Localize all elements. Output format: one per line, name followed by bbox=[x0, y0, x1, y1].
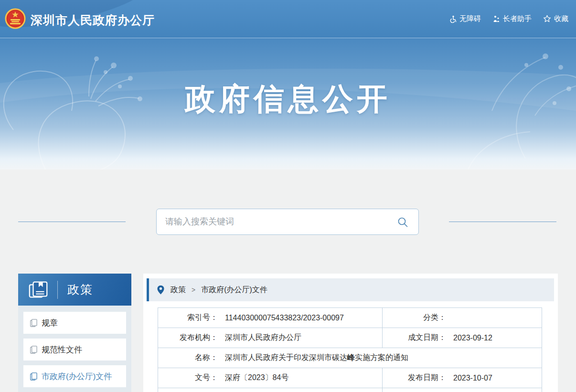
meta-value: 114403000075433823/2023-00097 bbox=[225, 314, 344, 322]
main-panel: 政策 > 市政府(办公厅)文件 索引号： 114403000075433823/… bbox=[143, 274, 558, 392]
meta-cell-category: 分类： bbox=[382, 308, 542, 328]
accessibility-link[interactable]: 无障碍 bbox=[449, 14, 481, 23]
document-meta-table: 索引号： 114403000075433823/2023-00097 分类： 发… bbox=[158, 307, 542, 392]
sidebar-item-municipal-gov-documents[interactable]: 市政府(办公厅)文件 bbox=[23, 365, 126, 387]
content-section: 政策 规章 规范性文件 bbox=[0, 170, 576, 392]
breadcrumb-item-policy[interactable]: 政策 bbox=[171, 285, 186, 295]
meta-cell-empty bbox=[158, 388, 382, 392]
header-divider bbox=[57, 281, 58, 299]
hero-banner: 政府信息公开 bbox=[0, 38, 576, 170]
favorite-label: 收藏 bbox=[554, 14, 568, 23]
breadcrumb-separator: > bbox=[192, 286, 195, 294]
table-row: 文号： 深府〔2023〕84号 发布日期： 2023-10-07 bbox=[158, 368, 542, 388]
sidebar-header-label: 政策 bbox=[67, 282, 93, 297]
page-title: 政府信息公开 bbox=[0, 78, 576, 120]
favorite-link[interactable]: 收藏 bbox=[543, 14, 568, 23]
elder-assist-link[interactable]: 长者助手 bbox=[492, 14, 532, 23]
search-input[interactable] bbox=[157, 209, 418, 234]
meta-cell-empty bbox=[382, 388, 542, 392]
meta-cell-document-number: 文号： 深府〔2023〕84号 bbox=[158, 368, 382, 388]
sidebar-item-label: 规范性文件 bbox=[42, 344, 82, 355]
search-box bbox=[156, 209, 419, 235]
meta-cell-issuing-agency: 发布机构： 深圳市人民政府办公厅 bbox=[158, 328, 382, 348]
document-icon bbox=[30, 346, 37, 354]
meta-label: 文号： bbox=[158, 373, 218, 383]
meta-value-document-name: 深圳市人民政府关于印发深圳市碳达峰实施方案的通知 bbox=[225, 353, 408, 363]
meta-value: 2023-10-07 bbox=[453, 374, 492, 382]
search-divider-right bbox=[449, 222, 556, 222]
meta-label: 成文日期： bbox=[383, 333, 446, 343]
meta-cell-publish-date: 发布日期： 2023-10-07 bbox=[382, 368, 542, 388]
sidebar-item-normative-documents[interactable]: 规范性文件 bbox=[23, 339, 126, 360]
sidebar-item-label: 市政府(办公厅)文件 bbox=[42, 371, 112, 382]
elder-assist-label: 长者助手 bbox=[503, 14, 532, 23]
sidebar: 政策 规章 规范性文件 bbox=[18, 274, 131, 392]
meta-label: 发布日期： bbox=[383, 373, 446, 383]
sidebar-item-regulations[interactable]: 规章 bbox=[23, 312, 126, 334]
location-pin-icon bbox=[157, 285, 164, 295]
table-row: 索引号： 114403000075433823/2023-00097 分类： bbox=[158, 308, 542, 328]
meta-label: 索引号： bbox=[158, 313, 218, 323]
breadcrumb: 政策 > 市政府(办公厅)文件 bbox=[147, 278, 554, 301]
sidebar-item-label: 规章 bbox=[42, 318, 58, 328]
meta-value: 深圳市人民政府办公厅 bbox=[225, 333, 301, 343]
meta-label: 名称： bbox=[158, 353, 218, 363]
table-row-partial bbox=[158, 388, 542, 392]
site-title[interactable]: 深圳市人民政府办公厅 bbox=[31, 12, 155, 28]
meta-label: 分类： bbox=[383, 313, 446, 323]
national-emblem-icon bbox=[5, 7, 26, 31]
meta-value: 深府〔2023〕84号 bbox=[225, 373, 288, 383]
star-icon bbox=[543, 15, 551, 23]
page: 深圳市人民政府办公厅 无障碍 长者助手 bbox=[0, 0, 576, 392]
document-icon bbox=[30, 319, 37, 327]
sidebar-header: 政策 bbox=[18, 274, 131, 306]
search-icon[interactable] bbox=[397, 216, 409, 228]
search-keyword-highlight: 峰 bbox=[347, 353, 355, 361]
meta-cell-index-number: 索引号： 114403000075433823/2023-00097 bbox=[158, 308, 382, 328]
table-row: 名称： 深圳市人民政府关于印发深圳市碳达峰实施方案的通知 bbox=[158, 348, 542, 368]
meta-cell-written-date: 成文日期： 2023-09-12 bbox=[382, 328, 542, 348]
top-header-bar: 深圳市人民政府办公厅 无障碍 长者助手 bbox=[0, 0, 576, 38]
topbar-links: 无障碍 长者助手 收藏 bbox=[449, 14, 568, 23]
wheelchair-icon bbox=[449, 15, 457, 23]
sidebar-menu: 规章 规范性文件 市政府(办公厅)文件 bbox=[18, 306, 131, 392]
policy-book-icon bbox=[28, 280, 50, 300]
table-row: 发布机构： 深圳市人民政府办公厅 成文日期： 2023-09-12 bbox=[158, 328, 542, 348]
meta-value: 2023-09-12 bbox=[453, 334, 492, 342]
document-icon bbox=[30, 372, 37, 381]
meta-label: 发布机构： bbox=[158, 333, 218, 343]
accessibility-label: 无障碍 bbox=[459, 14, 481, 23]
breadcrumb-item-current: 市政府(办公厅)文件 bbox=[201, 285, 267, 295]
meta-cell-document-name: 名称： 深圳市人民政府关于印发深圳市碳达峰实施方案的通知 bbox=[158, 348, 542, 368]
search-divider-left bbox=[18, 222, 126, 222]
elder-assist-icon bbox=[492, 15, 500, 23]
